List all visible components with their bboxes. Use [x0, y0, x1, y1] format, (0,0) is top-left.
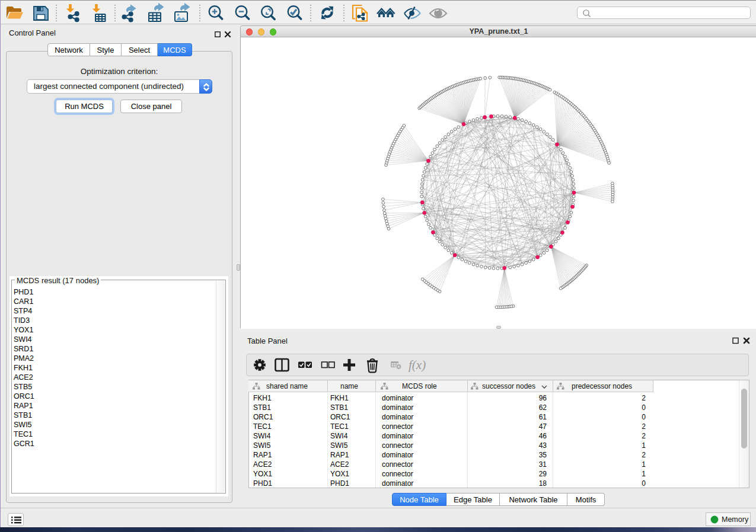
svg-text:f(x): f(x)	[409, 358, 426, 372]
